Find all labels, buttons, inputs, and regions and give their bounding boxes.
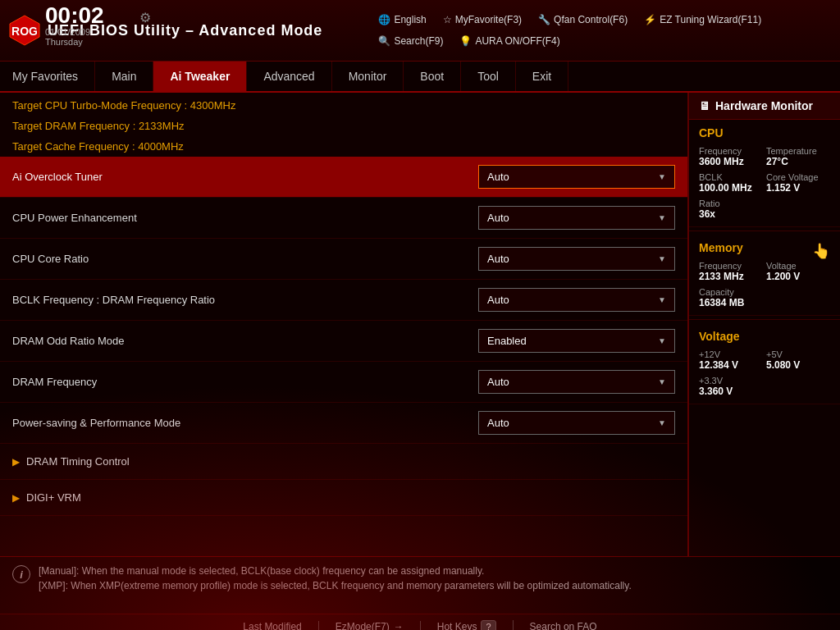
info-text: [Manual]: When the manual mode is select… — [39, 564, 632, 593]
dropdown-cpu-power[interactable]: Auto ▼ — [478, 206, 675, 230]
setting-ai-overclock[interactable]: Ai Overclock Tuner Auto ▼ — [0, 157, 687, 198]
nav-search[interactable]: 🔍 Search(F9) — [372, 32, 450, 50]
settings-list: Ai Overclock Tuner Auto ▼ CPU Power Enha… — [0, 157, 687, 516]
nav-language[interactable]: 🌐 English — [372, 11, 432, 29]
dropdown-arrow-icon: ▼ — [658, 213, 666, 222]
tab-exit[interactable]: Exit — [516, 62, 568, 91]
fan-icon: 🔧 — [538, 14, 550, 25]
mem-capacity-label: Capacity 16384 MB — [699, 287, 830, 308]
memory-section-title: Memory — [699, 241, 743, 254]
clock-date: 01/01/2009 Thursday — [45, 27, 104, 47]
collapsible-dram-timing[interactable]: ▶ DRAM Timing Control — [0, 444, 687, 480]
info-cache-freq: Target Cache Frequency : 4000MHz — [0, 136, 687, 157]
footer-ez-mode[interactable]: EzMode(F7) → — [319, 621, 421, 631]
footer-search-faq[interactable]: Search on FAQ — [514, 621, 614, 631]
voltage-5v-label: +5V 5.080 V — [766, 349, 830, 371]
tab-ai-tweaker[interactable]: Ai Tweaker — [153, 62, 247, 91]
dropdown-cpu-core-ratio[interactable]: Auto ▼ — [478, 247, 675, 271]
setting-dram-freq[interactable]: DRAM Frequency Auto ▼ — [0, 362, 687, 403]
main-content: Target CPU Turbo-Mode Frequency : 4300MH… — [0, 93, 840, 556]
dropdown-power-saving[interactable]: Auto ▼ — [478, 411, 675, 435]
setting-label-dram-freq: DRAM Frequency — [12, 376, 478, 388]
collapsible-digi-vrm[interactable]: ▶ DIGI+ VRM — [0, 480, 687, 516]
header-bar: ROG UEFI BIOS Utility – Advanced Mode 00… — [0, 0, 840, 62]
settings-icon[interactable]: ⚙ — [139, 10, 151, 25]
dropdown-arrow-icon: ▼ — [658, 254, 666, 263]
tab-tool[interactable]: Tool — [461, 62, 516, 91]
nav-aura[interactable]: 💡 AURA ON/OFF(F4) — [453, 32, 566, 50]
setting-label-ai-overclock: Ai Overclock Tuner — [12, 171, 478, 183]
hw-section-cpu: CPU Frequency 3600 MHz Temperature 27°C … — [689, 120, 840, 227]
memory-section-header: Memory 👆 — [699, 241, 830, 261]
collapsible-label-dram-timing: DRAM Timing Control — [26, 455, 130, 468]
memory-metrics-grid: Frequency 2133 MHz Voltage 1.200 V Capac… — [699, 261, 830, 308]
nav-ez-tuning[interactable]: ⚡ EZ Tuning Wizard(F11) — [637, 11, 768, 29]
dropdown-arrow-icon: ▼ — [658, 295, 666, 304]
tab-advanced[interactable]: Advanced — [247, 62, 331, 91]
info-icon: i — [12, 565, 30, 583]
setting-label-cpu-power: CPU Power Enhancement — [12, 212, 478, 224]
cpu-temp-label: Temperature 27°C — [766, 146, 830, 167]
cpu-section-title: CPU — [699, 126, 830, 139]
setting-dram-odd-ratio[interactable]: DRAM Odd Ratio Mode Enabled ▼ — [0, 321, 687, 362]
tab-monitor[interactable]: Monitor — [332, 62, 404, 91]
tab-favorites[interactable]: My Favorites — [0, 62, 95, 91]
mem-freq-label: Frequency 2133 MHz — [699, 261, 763, 282]
right-panel: 🖥 Hardware Monitor CPU Frequency 3600 MH… — [688, 93, 840, 556]
nav-qfan[interactable]: 🔧 Qfan Control(F6) — [532, 11, 634, 29]
footer-hot-keys[interactable]: Hot Keys ? — [421, 620, 514, 631]
dropdown-bclk-dram[interactable]: Auto ▼ — [478, 288, 675, 312]
info-cpu-freq: Target CPU Turbo-Mode Frequency : 4300MH… — [0, 93, 687, 116]
voltage-metrics-grid: +12V 12.384 V +5V 5.080 V +3.3V 3.360 V — [699, 349, 830, 397]
nav-myfavorite[interactable]: ☆ MyFavorite(F3) — [436, 11, 528, 29]
main-nav-tabs: My Favorites Main Ai Tweaker Advanced Mo… — [0, 62, 840, 93]
chevron-right-icon: ▶ — [12, 492, 20, 504]
dropdown-dram-odd-ratio[interactable]: Enabled ▼ — [478, 329, 675, 353]
dropdown-dram-freq[interactable]: Auto ▼ — [478, 370, 675, 394]
touch-icon: 👆 — [812, 242, 830, 260]
cpu-core-voltage-label: Core Voltage 1.152 V — [766, 172, 830, 194]
dropdown-ai-overclock[interactable]: Auto ▼ — [478, 165, 675, 189]
dropdown-arrow-icon: ▼ — [658, 172, 666, 181]
search-icon: 🔍 — [378, 35, 390, 47]
clock-display: 00:02 01/01/2009 Thursday — [45, 4, 104, 47]
cpu-freq-label: Frequency 3600 MHz — [699, 146, 763, 167]
tab-main[interactable]: Main — [95, 62, 153, 91]
hw-monitor-header: 🖥 Hardware Monitor — [689, 93, 840, 120]
aura-icon: 💡 — [459, 35, 472, 47]
footer-actions: Last Modified EzMode(F7) → Hot Keys ? Se… — [0, 614, 840, 630]
setting-label-dram-odd-ratio: DRAM Odd Ratio Mode — [12, 335, 478, 347]
voltage-3v3-label: +3.3V 3.360 V — [699, 376, 830, 397]
setting-cpu-core-ratio[interactable]: CPU Core Ratio Auto ▼ — [0, 239, 687, 280]
footer: Last Modified EzMode(F7) → Hot Keys ? Se… — [0, 614, 840, 630]
dropdown-arrow-icon: ▼ — [658, 377, 666, 386]
favorite-icon: ☆ — [443, 14, 452, 25]
dropdown-arrow-icon: ▼ — [658, 418, 666, 427]
voltage-12v-label: +12V 12.384 V — [699, 349, 763, 371]
dropdown-arrow-icon: ▼ — [658, 336, 666, 345]
setting-power-saving[interactable]: Power-saving & Performance Mode Auto ▼ — [0, 403, 687, 444]
hw-section-memory: Memory 👆 Frequency 2133 MHz Voltage 1.20… — [689, 235, 840, 316]
header-nav: 🌐 English ☆ MyFavorite(F3) 🔧 Qfan Contro… — [372, 11, 832, 50]
chevron-right-icon: ▶ — [12, 456, 20, 468]
left-panel: Target CPU Turbo-Mode Frequency : 4300MH… — [0, 93, 688, 556]
mem-voltage-label: Voltage 1.200 V — [766, 261, 830, 282]
tuning-icon: ⚡ — [644, 14, 656, 25]
setting-label-power-saving: Power-saving & Performance Mode — [12, 417, 478, 429]
arrow-right-icon: → — [394, 621, 404, 631]
svg-text:ROG: ROG — [11, 25, 38, 38]
setting-label-bclk-dram: BCLK Frequency : DRAM Frequency Ratio — [12, 294, 478, 306]
setting-bclk-dram[interactable]: BCLK Frequency : DRAM Frequency Ratio Au… — [0, 280, 687, 321]
info-dram-freq: Target DRAM Frequency : 2133MHz — [0, 116, 687, 136]
hw-section-voltage: Voltage +12V 12.384 V +5V 5.080 V +3.3V … — [689, 323, 840, 404]
collapsible-label-digi-vrm: DIGI+ VRM — [26, 491, 81, 504]
clock-time: 00:02 — [45, 4, 104, 27]
tab-boot[interactable]: Boot — [404, 62, 461, 91]
footer-last-modified[interactable]: Last Modified — [226, 621, 318, 631]
cpu-ratio-label: Ratio 36x — [699, 199, 830, 220]
rog-logo-icon: ROG — [8, 14, 41, 47]
setting-cpu-power[interactable]: CPU Power Enhancement Auto ▼ — [0, 198, 687, 239]
info-bar: i [Manual]: When the manual mode is sele… — [0, 556, 840, 614]
globe-icon: 🌐 — [378, 14, 390, 25]
cpu-metrics-grid: Frequency 3600 MHz Temperature 27°C BCLK… — [699, 146, 830, 220]
